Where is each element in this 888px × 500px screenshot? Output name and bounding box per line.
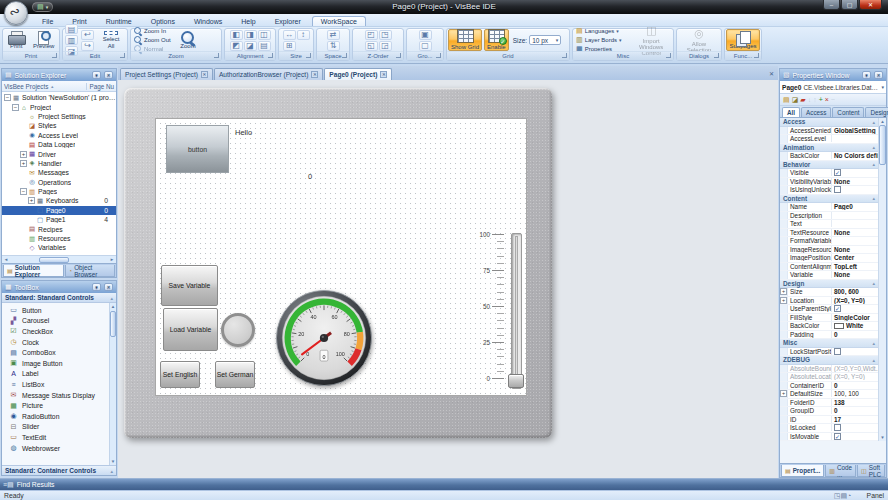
property-value[interactable]: 0 — [832, 382, 878, 389]
tree-item-recipes[interactable]: ▤Recipes — [2, 224, 116, 233]
tab-close-icon[interactable]: ✕ — [311, 71, 318, 78]
tab-close-icon[interactable]: ✕ — [380, 71, 387, 78]
properties-toolbar-icon[interactable]: ↓ — [808, 96, 812, 103]
tree-item-project-settings[interactable]: ☼Project Settings — [2, 112, 116, 121]
solution-explorer-titlebar[interactable]: ▤ Solution Explorer ▾ ✕ — [2, 69, 116, 81]
object-selector[interactable]: Page0 CE.Visbee.Libraries.DataElement ▾ — [780, 81, 886, 94]
print-button[interactable]: Print — [5, 29, 28, 51]
properties-toolbar-icon[interactable]: − — [831, 96, 835, 103]
zoom-button[interactable]: Zoom — [177, 29, 199, 51]
menu-tab-windows[interactable]: Windows — [186, 17, 230, 26]
checkbox[interactable] — [834, 186, 841, 193]
grid-size-select[interactable]: 10 px ▾ — [529, 35, 561, 45]
ribbon-tool-icon[interactable]: ◫ — [258, 30, 271, 40]
expand-icon[interactable]: + — [780, 288, 787, 295]
property-value[interactable]: None — [832, 246, 878, 253]
toolbox-item-textedit[interactable]: ▭TextEdit — [2, 432, 116, 443]
property-section-access[interactable]: Access▴ — [780, 118, 878, 127]
property-value[interactable]: 0 — [832, 407, 878, 414]
designer-set-german-button[interactable]: Set German — [215, 361, 255, 388]
property-value[interactable] — [832, 348, 878, 355]
close-button[interactable]: ✕ — [859, 0, 882, 10]
ribbon-tool-icon[interactable]: ◪ — [244, 41, 257, 51]
designer-hello-label[interactable]: Hello — [235, 128, 252, 137]
toolbox-item-listbox[interactable]: ≡ListBox — [2, 379, 116, 390]
designer-load-variable-button[interactable]: Load Variable — [163, 308, 218, 351]
property-section-zdebug[interactable]: ZDEBUG▴ — [780, 356, 878, 365]
properties-toolbar-icon[interactable]: + — [819, 96, 823, 103]
ribbon-tool-icon[interactable]: ◳ — [379, 30, 392, 40]
ribbon-tool-icon[interactable]: ◨ — [244, 30, 257, 40]
tree-item-styles[interactable]: ◪Styles — [2, 121, 116, 130]
dialog-launcher-icon[interactable] — [714, 53, 719, 58]
tab-solution-explorer[interactable]: ▤Solution Explorer — [3, 265, 64, 277]
tree-item-keyboards[interactable]: +▦Keyboards0 — [2, 196, 116, 205]
slider-control[interactable]: 1007550250 — [474, 231, 526, 397]
ribbon-tool-icon[interactable]: ◲ — [379, 41, 392, 51]
expand-icon[interactable]: + — [780, 390, 787, 397]
menu-tab-help[interactable]: Help — [233, 17, 263, 26]
dialog-launcher-icon[interactable] — [666, 53, 671, 58]
slider-track[interactable] — [511, 233, 522, 389]
chevron-down-icon[interactable]: ▾ — [881, 84, 884, 90]
pin-icon[interactable]: ▾ — [862, 71, 871, 79]
scrollbar-thumb[interactable] — [110, 311, 116, 337]
tab-soft-plc[interactable]: ◫Soft PLC — [857, 465, 885, 477]
menu-tab-workspace[interactable]: WorkSpace — [312, 16, 366, 26]
ribbon-tool-icon[interactable]: ⇄ — [327, 30, 340, 40]
dialog-launcher-icon[interactable] — [268, 53, 273, 58]
scroll-down-icon[interactable]: ▼ — [879, 435, 886, 440]
toolbox-item-webbrowser[interactable]: ◍Webbrowser — [2, 443, 116, 454]
scrollbar-thumb[interactable] — [39, 257, 68, 263]
properties-tab-all[interactable]: All — [782, 107, 800, 117]
dialog-launcher-icon[interactable] — [396, 53, 401, 58]
ribbon-tool-icon[interactable]: ▣ — [419, 30, 432, 40]
properties-toolbar-icon[interactable]: ▤ — [783, 96, 790, 103]
dialog-launcher-icon[interactable] — [306, 53, 311, 58]
scroll-up-icon[interactable]: ▲ — [110, 304, 116, 309]
property-section-animation[interactable]: Animation▴ — [780, 144, 878, 153]
show-grid-button[interactable]: Show Grid — [448, 29, 482, 51]
ribbon-tool-icon[interactable]: ▤ — [65, 24, 78, 34]
properties-titlebar[interactable]: ▧ Properties Window ▾ ✕ — [780, 69, 886, 81]
ribbon-tool-icon[interactable]: ↩ — [81, 30, 94, 40]
property-value[interactable]: White — [832, 322, 878, 329]
checkbox[interactable] — [834, 424, 841, 431]
property-value[interactable]: ✓ — [832, 169, 878, 176]
qat-dropdown-icon[interactable]: ▾ — [46, 4, 49, 10]
design-canvas[interactable]: button Hello 0 Save Variable Load Variab… — [118, 80, 778, 478]
close-icon[interactable]: ✕ — [104, 283, 113, 291]
tree-item-resources[interactable]: ▥Resources — [2, 234, 116, 243]
property-value[interactable]: No Colors defin... — [832, 152, 878, 159]
property-value[interactable]: Page0 — [832, 203, 878, 210]
print-preview-button[interactable]: Preview — [30, 29, 57, 51]
menu-tab-runtime[interactable]: Runtime — [98, 17, 140, 26]
pin-icon[interactable]: ▾ — [92, 71, 101, 79]
property-value[interactable]: TopLeft — [832, 263, 878, 270]
ribbon-tool-icon[interactable]: ▢ — [419, 41, 432, 51]
tab-close-icon[interactable]: ✕ — [201, 71, 208, 78]
ribbon-tool-icon[interactable]: ↪ — [81, 41, 94, 51]
close-icon[interactable]: ✕ — [104, 71, 113, 79]
property-value[interactable] — [832, 424, 878, 431]
properties-scrollbar[interactable]: ▲ ▼ — [878, 118, 886, 441]
dialog-launcher-icon[interactable] — [120, 53, 125, 58]
ribbon-tool-icon[interactable]: ◧ — [230, 30, 243, 40]
property-value[interactable]: (X=0, Y=0) — [832, 373, 878, 380]
ribbon-tool-icon[interactable]: ⇅ — [327, 41, 340, 51]
tree-item-messages[interactable]: ✉Messages — [2, 168, 116, 177]
toolbox-category-standard[interactable]: Standard: Standard Controls ▴ — [2, 293, 116, 303]
property-value[interactable]: None — [832, 271, 878, 278]
layer-bords-button[interactable]: ▥Layer Bords▾ — [574, 36, 629, 44]
scroll-up-icon[interactable]: ▲ — [879, 119, 886, 124]
toolbox-item-carousel[interactable]: ▞Carousel — [2, 316, 116, 327]
maximize-button[interactable]: ▢ — [841, 0, 858, 10]
slider-thumb[interactable] — [508, 374, 524, 388]
ribbon-tool-icon[interactable]: ↔ — [283, 30, 296, 40]
designer-save-variable-button[interactable]: Save Variable — [161, 265, 218, 306]
toolbox-item-message-status-display[interactable]: ✉Message Status Display — [2, 390, 116, 401]
toolbox-item-clock[interactable]: ◷Clock — [2, 337, 116, 348]
dialog-launcher-icon[interactable] — [754, 53, 759, 58]
toolbox-item-button[interactable]: ▭Button — [2, 305, 116, 316]
find-results-icon[interactable]: ▤ — [7, 481, 14, 488]
